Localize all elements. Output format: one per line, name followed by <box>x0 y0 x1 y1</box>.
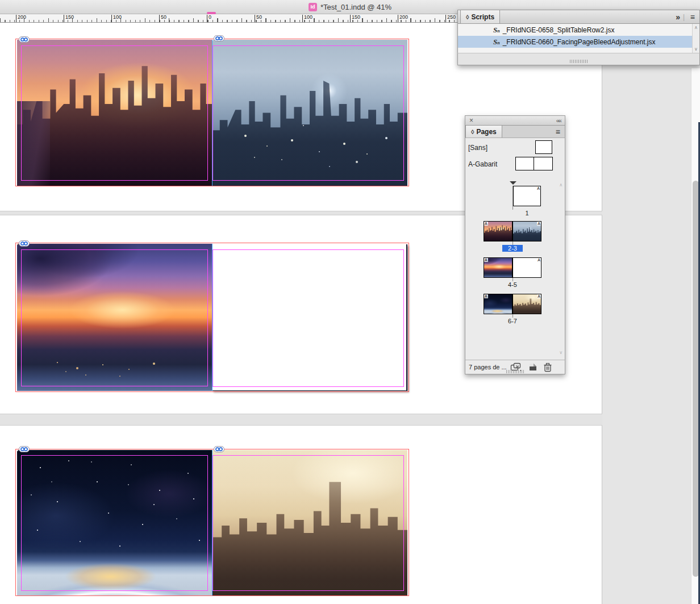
collapse-panel-icon[interactable]: «« <box>556 117 561 124</box>
link-badge-icon[interactable] <box>214 35 224 41</box>
master-thumb-sans[interactable] <box>535 140 552 154</box>
scripts-panel: ◊ Scripts » | ≡ Sn _FRIdNGE-0658_SplitTa… <box>457 10 700 65</box>
empty-page-5[interactable] <box>212 244 407 391</box>
panel-menu-icon[interactable]: ≡ <box>690 10 695 23</box>
spine-frame-edge <box>212 244 213 391</box>
ruler-label: 200 <box>18 14 26 20</box>
master-thumb-a-right[interactable] <box>534 157 553 170</box>
delete-page-trash-icon[interactable] <box>543 363 552 372</box>
cool-city-skyline <box>212 40 407 186</box>
page-thumb-1[interactable]: A <box>513 186 541 206</box>
thumb-art <box>484 294 512 314</box>
pages-panel-footer: 7 pages de ... <box>465 360 565 374</box>
ruler-label: 150 <box>65 14 74 20</box>
current-spread-indicator-icon <box>510 181 516 185</box>
pages-panel-body: [Sans] A-Gabarit A 1 A A 2-3 A <box>465 138 565 360</box>
scroll-down-icon[interactable]: ∨ <box>559 350 562 355</box>
ruler-major-tick <box>445 15 446 22</box>
spread-pages-6-7[interactable] <box>15 449 409 596</box>
ruler-label: 100 <box>304 14 312 20</box>
ruler-label: 50 <box>256 14 262 20</box>
page-count-text: 7 pages de ... <box>469 364 507 370</box>
ruler-label: 100 <box>113 14 122 20</box>
page-thumb-5[interactable]: A <box>512 257 541 278</box>
ruler-major-tick <box>207 15 207 22</box>
pages-panel-tabrow: ◊ Pages ≡ <box>465 126 565 138</box>
ruler-label: 250 <box>447 14 456 20</box>
image-frame-sunset-clouds[interactable] <box>17 244 212 391</box>
panel-expand-icon[interactable]: » <box>676 10 680 23</box>
starfield <box>17 450 18 451</box>
master-item-sans[interactable]: [Sans] <box>468 144 488 152</box>
create-new-page-icon[interactable] <box>528 363 538 372</box>
panel-resize-grip[interactable] <box>506 370 524 373</box>
terrain-lights <box>17 244 18 245</box>
script-item[interactable]: Sn _FRIdNGE-0658_SplitTableRow2.jsx <box>458 24 699 36</box>
ruler-label: 0 <box>209 14 211 20</box>
image-frame-warm-city[interactable] <box>17 40 212 186</box>
scripts-panel-header[interactable]: ◊ Scripts » | ≡ <box>457 10 700 24</box>
master-applied-mark: A <box>484 258 488 262</box>
ruler-major-tick <box>111 15 112 22</box>
tab-scripts-label: Scripts <box>471 13 494 21</box>
script-file-icon: Sn <box>493 26 500 34</box>
page-label-6-7[interactable]: 6-7 <box>502 318 523 324</box>
master-applied-mark: A <box>484 294 488 298</box>
scroll-up-icon[interactable]: ∧ <box>559 182 562 188</box>
page-label-1[interactable]: 1 <box>513 210 541 216</box>
panel-menu-icon[interactable]: ≡ <box>556 126 560 138</box>
scroll-up-icon[interactable]: ∧ <box>694 25 698 30</box>
image-frame-beige-city[interactable] <box>212 450 407 595</box>
document-title: *Test_01.indd @ 41% <box>320 3 391 11</box>
ruler-major-tick <box>350 15 351 22</box>
panel-collapse-icon: ◊ <box>471 128 474 135</box>
page-label-4-5[interactable]: 4-5 <box>502 281 523 288</box>
ruler-label: 200 <box>399 14 408 20</box>
thumb-art <box>484 222 512 241</box>
page-label-2-3[interactable]: 2-3 <box>502 245 523 252</box>
thumb-skyline <box>484 222 512 241</box>
page-thumb-3[interactable]: A <box>512 221 541 241</box>
ruler-major-tick <box>398 15 398 22</box>
image-frame-space-earth[interactable] <box>17 450 212 595</box>
scroll-down-icon[interactable]: ∨ <box>694 47 698 52</box>
scripts-list: Sn _FRIdNGE-0658_SplitTableRow2.jsx Sn _… <box>457 24 700 53</box>
master-item-a-gabarit[interactable]: A-Gabarit <box>468 160 497 168</box>
tab-pages-label: Pages <box>476 128 496 136</box>
link-badge-icon[interactable] <box>19 240 30 247</box>
script-item-selected[interactable]: Sn _FRIdNGE-0660_FacingPageBleedAdjustme… <box>458 36 699 48</box>
pages-panel-titlebar[interactable]: × «« <box>465 115 565 126</box>
tab-pages[interactable]: ◊ Pages <box>465 126 502 138</box>
link-badge-icon[interactable] <box>214 446 224 452</box>
page-thumb-2[interactable]: A <box>484 221 512 241</box>
panel-collapse-icon: ◊ <box>466 14 469 20</box>
pages-panel: × «« ◊ Pages ≡ [Sans] A-Gabarit A 1 A <box>465 115 565 374</box>
ruler-major-tick <box>16 15 16 22</box>
spread-separator <box>0 414 602 426</box>
spread-pages-4-5[interactable] <box>15 243 409 392</box>
panel-resize-grip[interactable] <box>570 60 588 63</box>
scripts-panel-footer <box>457 53 700 65</box>
page-thumb-4[interactable]: A <box>484 257 512 278</box>
page-thumb-7[interactable]: A <box>512 294 541 314</box>
master-applied-mark: A <box>536 186 540 190</box>
script-file-icon: Sn <box>493 38 500 45</box>
close-icon[interactable]: × <box>469 116 473 124</box>
warm-city-water <box>17 101 50 186</box>
spread-pages-2-3[interactable] <box>15 39 409 186</box>
link-badge-icon[interactable] <box>19 446 30 452</box>
thumb-art <box>484 258 512 277</box>
indesign-workspace: { "window": { "title": "*Test_01.indd @ … <box>0 0 700 604</box>
link-badge-icon[interactable] <box>19 36 30 43</box>
ruler-major-tick <box>302 15 303 22</box>
ruler-label: 50 <box>161 14 166 20</box>
scripts-scrollbar[interactable]: ∧ ∨ <box>692 24 699 53</box>
page-thumb-6[interactable]: A <box>484 294 512 314</box>
ruler-page-indicator <box>207 12 216 14</box>
spine-frame-edge <box>212 450 213 595</box>
beige-city-skyline <box>212 450 407 595</box>
master-thumb-a-left[interactable] <box>515 157 535 170</box>
image-frame-cool-city[interactable] <box>212 40 407 186</box>
tab-scripts[interactable]: ◊ Scripts <box>460 10 500 23</box>
header-divider: | <box>683 10 685 23</box>
